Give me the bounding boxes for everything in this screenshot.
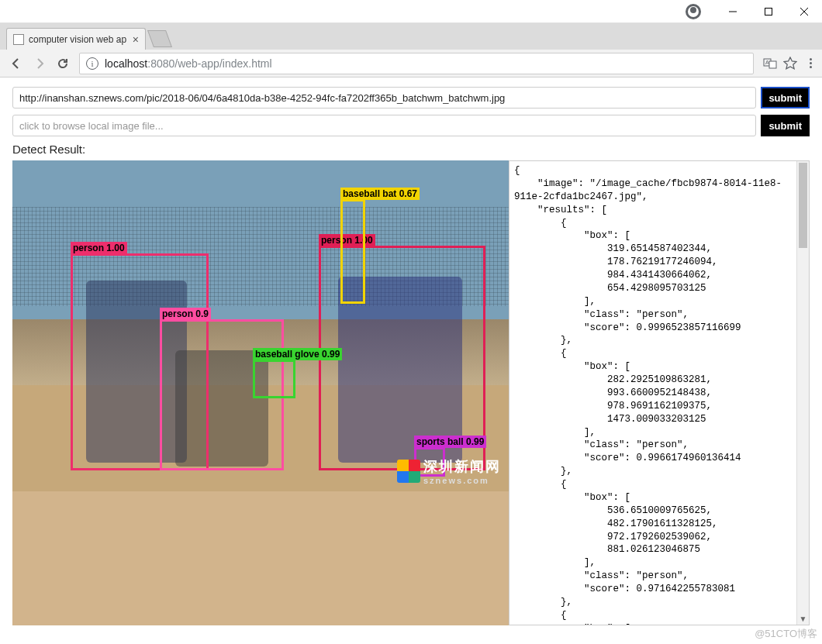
result-heading: Detect Result:	[12, 143, 810, 156]
submit-url-button[interactable]: submit	[761, 87, 810, 108]
json-pane: { "image": "/image_cache/fbcb9874-8014-1…	[509, 160, 810, 625]
close-button[interactable]	[786, 0, 822, 23]
back-button[interactable]	[5, 53, 28, 74]
watermark-logo-icon	[397, 460, 420, 483]
window-titlebar	[0, 0, 822, 23]
browse-file-input[interactable]	[12, 115, 756, 136]
address-bar[interactable]: i localhost:8080/web-app/index.html	[79, 53, 754, 74]
json-output[interactable]: { "image": "/image_cache/fbcb9874-8014-1…	[509, 161, 796, 625]
bbox-baseball: baseball bat 0.67	[340, 199, 365, 304]
site-info-icon[interactable]: i	[86, 57, 98, 70]
scroll-thumb[interactable]	[799, 163, 807, 248]
svg-rect-1	[765, 8, 772, 15]
watermark-en: sznews.com	[423, 476, 501, 485]
json-scrollbar[interactable]: ▲ ▼	[796, 161, 809, 625]
scroll-down-icon[interactable]: ▼	[797, 612, 809, 625]
minimize-button[interactable]	[715, 0, 751, 23]
reload-button[interactable]	[51, 53, 74, 74]
image-watermark: 深圳新闻网 sznews.com	[397, 457, 501, 485]
detection-photo: person 1.00person 0.9person 1.00baseball…	[12, 160, 509, 491]
url-host: localhost	[105, 57, 147, 70]
image-url-input[interactable]	[12, 87, 756, 108]
browse-form-row: submit	[12, 115, 810, 136]
forward-button[interactable]	[28, 53, 51, 74]
bbox-label: person 1.00	[71, 242, 127, 254]
bbox-label: baseball glove 0.99	[253, 348, 342, 360]
svg-text:A: A	[765, 60, 769, 65]
browser-menu-icon[interactable]	[803, 57, 817, 71]
submit-file-button[interactable]: submit	[761, 115, 810, 136]
toolbar: i localhost:8080/web-app/index.html A	[0, 50, 822, 77]
tab-strip: computer vision web ap ×	[0, 23, 822, 50]
svg-rect-5	[769, 61, 776, 68]
image-pane: person 1.00person 0.9person 1.00baseball…	[12, 160, 509, 625]
result-area: person 1.00person 0.9person 1.00baseball…	[12, 160, 810, 625]
bbox-label: sports ball 0.99	[414, 436, 486, 448]
watermark-cn: 深圳新闻网	[423, 459, 501, 474]
favicon-icon	[13, 34, 24, 45]
url-path: :8080/web-app/index.html	[147, 57, 271, 70]
new-tab-button[interactable]	[147, 30, 172, 47]
tab-close-icon[interactable]: ×	[133, 33, 139, 46]
bbox-baseball: baseball glove 0.99	[253, 360, 295, 398]
tab-title: computer vision web ap	[29, 34, 130, 45]
bbox-label: person 0.9	[160, 308, 211, 320]
page-content: submit submit Detect Result: person 1.00…	[0, 77, 822, 635]
bookmark-star-icon[interactable]	[783, 57, 797, 71]
translate-icon[interactable]: A	[763, 57, 777, 71]
browser-tab[interactable]: computer vision web ap ×	[6, 28, 146, 50]
maximize-button[interactable]	[751, 0, 786, 23]
page-watermark: @51CTO博客	[755, 627, 817, 635]
bbox-label: baseball bat 0.67	[340, 188, 420, 200]
url-form-row: submit	[12, 87, 810, 108]
account-icon[interactable]	[686, 4, 701, 19]
